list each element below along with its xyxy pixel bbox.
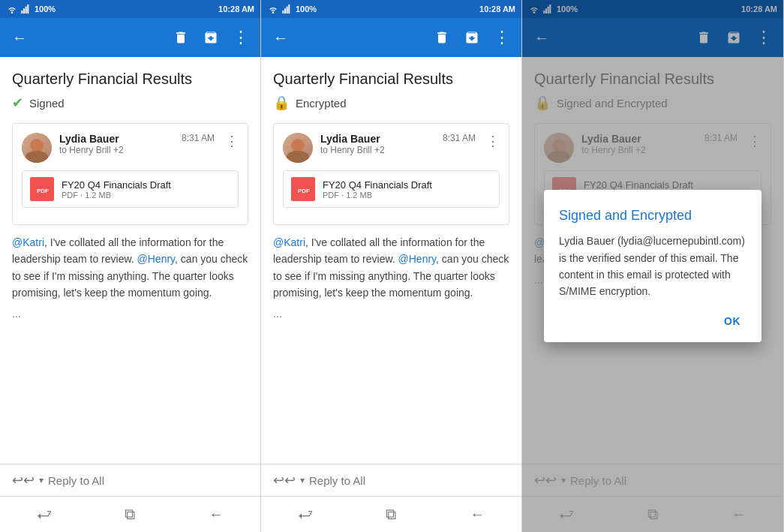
nav-back-btn-1[interactable]: ← bbox=[209, 506, 224, 523]
wifi-icon-2 bbox=[267, 5, 279, 14]
nav-back-btn-2[interactable]: ← bbox=[470, 506, 485, 523]
attach-name-1: FY20 Q4 Financials Draft bbox=[62, 179, 171, 191]
copy-btn-2[interactable]: ⧉ bbox=[386, 506, 396, 523]
battery-text-1: 100% bbox=[35, 5, 56, 14]
message-time-2: 8:31 AM bbox=[443, 133, 476, 143]
status-right-2: 10:28 AM bbox=[479, 5, 515, 14]
reply-dropdown-2[interactable]: ▾ bbox=[300, 475, 305, 485]
security-badge-2[interactable]: 🔒 Encrypted bbox=[273, 95, 509, 111]
delete-button-1[interactable] bbox=[167, 24, 194, 51]
reply-label-1: Reply to All bbox=[48, 474, 104, 487]
panel-encrypted: 100% 10:28 AM ← ⋮ Quarterly Financial Re… bbox=[261, 0, 522, 532]
archive-button-2[interactable] bbox=[458, 24, 485, 51]
message-card-1: Lydia Bauer to Henry Brill +2 8:31 AM ⋮ … bbox=[12, 123, 248, 225]
dialog-actions: OK bbox=[559, 312, 746, 330]
ellipsis-1: ... bbox=[0, 302, 260, 326]
sender-info-2: Lydia Bauer to Henry Brill +2 bbox=[320, 133, 435, 155]
dialog-ok-button[interactable]: OK bbox=[718, 312, 746, 330]
dialog-overlay: Signed and Encrypted Lydia Bauer (lydia@… bbox=[522, 0, 783, 532]
toolbar-1: ← ⋮ bbox=[0, 18, 260, 57]
status-left-2: 100% bbox=[267, 5, 317, 14]
avatar-1 bbox=[22, 133, 52, 163]
security-label-1: Signed bbox=[29, 97, 65, 110]
reply-bar-2[interactable]: ↩↩ ▾ Reply to All bbox=[261, 464, 521, 496]
status-right-1: 10:28 AM bbox=[218, 5, 254, 14]
time-2: 10:28 AM bbox=[479, 5, 515, 14]
message-card-2: Lydia Bauer to Henry Brill +2 8:31 AM ⋮ … bbox=[273, 123, 509, 225]
panel-signed-encrypted: 100% 10:28 AM ← ⋮ Quarterly Financial Re… bbox=[522, 0, 784, 532]
archive-button-1[interactable] bbox=[197, 24, 224, 51]
compose-btn-1[interactable]: ⮐ bbox=[37, 506, 52, 523]
signal-icon bbox=[21, 5, 32, 14]
attachment-1[interactable]: PDF FY20 Q4 Financials Draft PDF · 1.2 M… bbox=[22, 170, 239, 208]
svg-rect-7 bbox=[284, 8, 286, 14]
email-title-2: Quarterly Financial Results 🔒 Encrypted bbox=[261, 57, 521, 123]
svg-rect-3 bbox=[27, 5, 29, 14]
back-button-1[interactable]: ← bbox=[6, 24, 33, 51]
copy-btn-1[interactable]: ⧉ bbox=[125, 506, 135, 523]
message-menu-2[interactable]: ⋮ bbox=[486, 133, 500, 149]
sender-name-1: Lydia Bauer bbox=[59, 133, 174, 145]
svg-rect-8 bbox=[287, 7, 288, 14]
mention-henry-1: @Henry bbox=[137, 253, 176, 265]
svg-text:PDF: PDF bbox=[37, 188, 49, 194]
reply-all-icon-1: ↩↩ bbox=[12, 472, 35, 488]
archive-icon-2 bbox=[464, 30, 479, 45]
mention-henry-2: @Henry bbox=[398, 253, 437, 265]
svg-rect-6 bbox=[282, 11, 284, 14]
message-time-1: 8:31 AM bbox=[182, 133, 215, 143]
attach-info-1: FY20 Q4 Financials Draft PDF · 1.2 MB bbox=[62, 179, 171, 200]
dialog-box: Signed and Encrypted Lydia Bauer (lydia@… bbox=[544, 190, 761, 342]
email-subject-1: Quarterly Financial Results bbox=[12, 69, 248, 89]
pdf-icon-2: PDF bbox=[291, 177, 315, 201]
email-content-2: Quarterly Financial Results 🔒 Encrypted … bbox=[261, 57, 521, 464]
sender-name-2: Lydia Bauer bbox=[320, 133, 435, 145]
message-header-1: Lydia Bauer to Henry Brill +2 8:31 AM ⋮ bbox=[22, 133, 239, 163]
attach-name-2: FY20 Q4 Financials Draft bbox=[323, 179, 432, 191]
more-button-2[interactable]: ⋮ bbox=[488, 24, 515, 51]
sender-to-1: to Henry Brill +2 bbox=[59, 145, 174, 155]
svg-rect-0 bbox=[21, 11, 23, 14]
archive-icon-1 bbox=[203, 30, 218, 45]
mention-katri-1: @Katri bbox=[12, 236, 44, 248]
reply-label-2: Reply to All bbox=[309, 474, 365, 487]
email-title-1: Quarterly Financial Results ✔ Signed bbox=[0, 57, 260, 123]
trash-icon-2 bbox=[434, 30, 449, 45]
email-subject-2: Quarterly Financial Results bbox=[273, 69, 509, 89]
reply-bar-1[interactable]: ↩↩ ▾ Reply to All bbox=[0, 464, 260, 496]
status-left-1: 100% bbox=[6, 5, 56, 14]
signal-icon-2 bbox=[282, 5, 293, 14]
mention-katri-2: @Katri bbox=[273, 236, 305, 248]
reply-all-icon-2: ↩↩ bbox=[273, 472, 296, 488]
compose-btn-2[interactable]: ⮐ bbox=[298, 506, 313, 523]
delete-button-2[interactable] bbox=[428, 24, 455, 51]
more-button-1[interactable]: ⋮ bbox=[227, 24, 254, 51]
message-body-1: @Katri, I've collated all the informatio… bbox=[0, 234, 260, 302]
attach-info-2: FY20 Q4 Financials Draft PDF · 1.2 MB bbox=[323, 179, 432, 200]
status-bar-1: 100% 10:28 AM bbox=[0, 0, 260, 18]
panel-signed: 100% 10:28 AM ← ⋮ Quarterly Financial Re… bbox=[0, 0, 261, 532]
attach-meta-2: PDF · 1.2 MB bbox=[323, 191, 432, 200]
sender-to-2: to Henry Brill +2 bbox=[320, 145, 435, 155]
pdf-icon-1: PDF bbox=[30, 177, 54, 201]
svg-rect-2 bbox=[26, 7, 27, 14]
svg-rect-9 bbox=[288, 5, 290, 14]
avatar-2 bbox=[283, 133, 313, 163]
back-button-2[interactable]: ← bbox=[267, 24, 294, 51]
message-menu-1[interactable]: ⋮ bbox=[225, 133, 239, 149]
wifi-icon bbox=[6, 5, 18, 14]
dialog-title: Signed and Encrypted bbox=[559, 208, 746, 224]
svg-rect-1 bbox=[23, 8, 25, 14]
signed-check-icon: ✔ bbox=[12, 95, 23, 111]
battery-text-2: 100% bbox=[296, 5, 317, 14]
status-bar-2: 100% 10:28 AM bbox=[261, 0, 521, 18]
email-content-1: Quarterly Financial Results ✔ Signed Lyd… bbox=[0, 57, 260, 464]
dialog-text: Lydia Bauer (lydia@lucernepubintl.com) i… bbox=[559, 233, 746, 300]
reply-dropdown-1[interactable]: ▾ bbox=[39, 475, 44, 485]
security-badge-1[interactable]: ✔ Signed bbox=[12, 95, 248, 111]
attachment-2[interactable]: PDF FY20 Q4 Financials Draft PDF · 1.2 M… bbox=[283, 170, 500, 208]
sender-info-1: Lydia Bauer to Henry Brill +2 bbox=[59, 133, 174, 155]
trash-icon-1 bbox=[173, 30, 188, 45]
toolbar-2: ← ⋮ bbox=[261, 18, 521, 57]
svg-text:PDF: PDF bbox=[298, 188, 310, 194]
